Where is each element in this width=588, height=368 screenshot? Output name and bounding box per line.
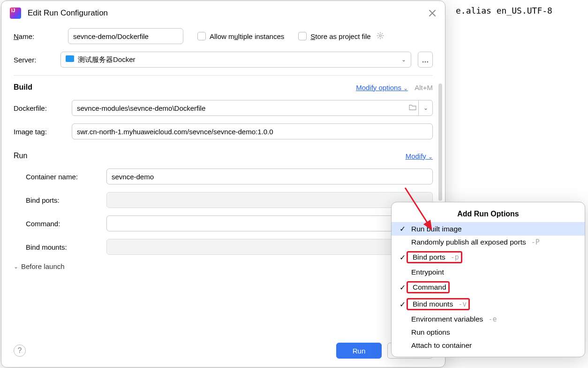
store-project-label: Store as project file <box>310 32 370 40</box>
popup-item[interactable]: Randomly publish all exposed ports -P <box>392 236 585 249</box>
popup-item[interactable]: ✓Bind ports -p <box>392 249 585 266</box>
gear-icon[interactable] <box>377 32 384 41</box>
popup-item[interactable]: Attach to container <box>392 339 585 352</box>
popup-item[interactable]: Run options <box>392 326 585 339</box>
editor-line: e.alias en_US.UTF-8 <box>456 6 552 15</box>
chevron-down-icon: ⌄ <box>428 153 433 160</box>
popup-item-label: Entrypoint <box>411 268 444 276</box>
checkbox-icon <box>197 32 206 40</box>
popup-item-flag: -P <box>527 238 540 246</box>
dialog-footer: ? Run Cancel <box>1 336 445 367</box>
popup-item-label: Command <box>407 281 450 293</box>
dialog-title: Edit Run Configuration <box>28 8 428 18</box>
popup-item-label: Run options <box>411 328 450 337</box>
docker-icon <box>66 55 74 62</box>
build-section-head: Build Modify options ⌄ Alt+M <box>14 83 433 92</box>
popup-item[interactable]: Environment variables -e <box>392 313 585 326</box>
popup-item-flag: -e <box>484 315 497 323</box>
dockerfile-row: Dockerfile: sevnce-modules\sevnce-demo\D… <box>14 100 433 116</box>
bind-mounts-label: Bind mounts: <box>26 243 100 251</box>
dialog-body: Name: sevnce-demo/Dockerfile Allow multi… <box>1 23 445 336</box>
close-icon[interactable] <box>428 9 437 17</box>
imagetag-row: Image tag: swr.cn-north-1.myhuaweicloud.… <box>14 123 433 139</box>
svg-point-0 <box>379 34 381 36</box>
container-name-label: Container name: <box>26 173 100 181</box>
run-config-dialog: Edit Run Configuration Name: sevnce-demo… <box>1 0 445 368</box>
popup-item-label: Attach to container <box>411 341 472 350</box>
popup-item-label: Bind mounts -v <box>407 298 470 310</box>
allow-multiple-checkbox[interactable]: Allow multiple instances <box>197 32 284 40</box>
titlebar: Edit Run Configuration <box>1 1 445 23</box>
server-select[interactable]: 测试服务器Docker ⌄ <box>60 52 411 68</box>
dockerfile-input[interactable]: sevnce-modules\sevnce-demo\Dockerfile ⌄ <box>72 100 433 116</box>
popup-item-label: Randomly publish all exposed ports -P <box>411 238 540 246</box>
container-name-row: Container name: sevnce-demo <box>14 169 433 184</box>
bind-ports-input[interactable] <box>106 192 433 208</box>
popup-item[interactable]: ✓Run built image <box>392 222 585 236</box>
modify-options-link[interactable]: Modify options ⌄ <box>356 84 408 92</box>
imagetag-input[interactable]: swr.cn-north-1.myhuaweicloud.com/sevnce/… <box>72 123 433 139</box>
popup-item[interactable]: ✓Command <box>392 279 585 296</box>
build-title: Build <box>14 83 32 92</box>
intellij-icon <box>10 8 21 19</box>
bind-ports-row: Bind ports: <box>14 192 433 208</box>
checkbox-icon <box>298 32 307 40</box>
allow-multiple-label: Allow multiple instances <box>210 32 284 40</box>
imagetag-label: Image tag: <box>14 128 65 136</box>
server-row: Server: 测试服务器Docker ⌄ … <box>14 52 433 68</box>
run-section-head: Run Modify ⌄ <box>14 152 433 160</box>
run-section: Container name: sevnce-demo Bind ports: … <box>14 169 433 255</box>
check-icon: ✓ <box>398 283 407 292</box>
folder-icon[interactable] <box>409 104 416 112</box>
before-launch-toggle[interactable]: ⌄ Before launch <box>14 262 433 270</box>
chevron-down-icon: ⌄ <box>401 56 406 63</box>
bind-ports-label: Bind ports: <box>26 196 100 204</box>
command-input[interactable] <box>106 215 433 231</box>
popup-title: Add Run Options <box>392 207 585 222</box>
store-project-checkbox[interactable]: Store as project file <box>298 32 384 41</box>
server-more-button[interactable]: … <box>418 52 433 68</box>
check-icon: ✓ <box>398 253 407 262</box>
command-row: Command: <box>14 215 433 231</box>
add-run-options-popup: Add Run Options ✓Run built imageRandomly… <box>391 202 585 357</box>
dockerfile-label: Dockerfile: <box>14 104 65 112</box>
help-button[interactable]: ? <box>14 345 26 357</box>
divider <box>14 75 433 76</box>
dropdown-button[interactable]: ⌄ <box>418 100 432 116</box>
popup-item-flag: -v <box>454 300 467 308</box>
popup-item-label: Environment variables -e <box>411 315 497 323</box>
run-button[interactable]: Run <box>336 343 382 359</box>
check-icon: ✓ <box>398 224 407 233</box>
check-icon: ✓ <box>398 300 407 309</box>
command-label: Command: <box>26 220 100 228</box>
server-label: Server: <box>14 56 54 64</box>
chevron-down-icon: ⌄ <box>14 263 18 270</box>
popup-item-label: Bind ports -p <box>407 251 462 263</box>
name-row: Name: sevnce-demo/Dockerfile Allow multi… <box>14 28 433 44</box>
container-name-input[interactable]: sevnce-demo <box>106 169 433 184</box>
name-label: Name: <box>14 32 54 40</box>
bind-mounts-input[interactable] <box>106 239 433 255</box>
chevron-down-icon: ⌄ <box>403 85 408 92</box>
run-modify-link[interactable]: Modify ⌄ <box>406 152 433 160</box>
shortcut-text: Alt+M <box>415 84 433 92</box>
bind-mounts-row: Bind mounts: <box>14 239 433 255</box>
name-input[interactable]: sevnce-demo/Dockerfile <box>68 28 183 44</box>
popup-item[interactable]: ✓Bind mounts -v <box>392 296 585 313</box>
popup-item[interactable]: Entrypoint <box>392 266 585 279</box>
popup-item-label: Run built image <box>411 225 462 233</box>
run-title: Run <box>14 152 27 160</box>
scrollbar-thumb[interactable] <box>438 84 442 201</box>
popup-item-flag: -p <box>446 253 459 261</box>
